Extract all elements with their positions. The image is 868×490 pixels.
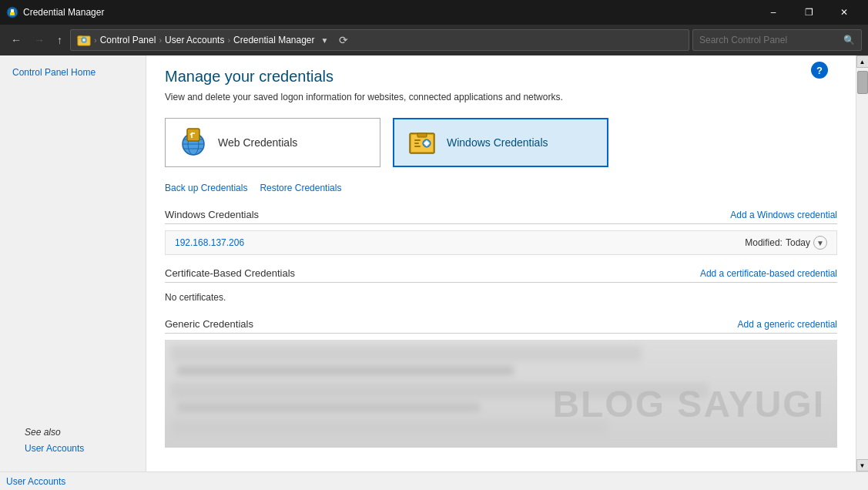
credential-entry-ip[interactable]: 192.168.137.206 Modified: Today ▼ [165,230,837,255]
windows-credentials-label: Windows Credentials [447,136,548,149]
svg-rect-14 [417,133,427,137]
add-certificate-credential-link[interactable]: Add a certificate-based credential [700,268,837,279]
app-icon [6,6,18,18]
sidebar-item-control-panel-home[interactable]: Control Panel Home [0,65,146,80]
section-title-windows: Windows Credentials [165,209,259,220]
section-title-cert: Certificate-Based Credentials [165,267,295,279]
see-also-label: See also [12,421,133,441]
section-header-cert: Certificate-Based Credentials Add a cert… [165,267,837,283]
sidebar-bottom: See also User Accounts [0,414,146,462]
web-credentials-label: Web Credentials [218,136,297,149]
windows-safe-icon [407,127,437,158]
window-title: Credential Manager [23,7,756,18]
credential-modified: Modified: Today ▼ [745,236,827,250]
svg-rect-16 [414,139,421,141]
section-header-windows: Windows Credentials Add a Windows creden… [165,209,837,224]
refresh-button[interactable]: ⟳ [334,31,353,49]
restore-credentials-link[interactable]: Restore Credentials [260,183,341,193]
section-title-generic: Generic Credentials [165,318,253,330]
svg-rect-17 [414,143,419,144]
globe-safe-icon [178,127,209,158]
windows-credentials-section: Windows Credentials Add a Windows creden… [165,209,837,255]
breadcrumb-credential-manager[interactable]: Credential Manager [233,35,314,45]
section-header-generic: Generic Credentials Add a generic creden… [165,318,837,334]
modified-label: Modified: [745,237,783,248]
no-certificates-text: No certificates. [165,289,837,306]
search-box: 🔍 [692,29,862,51]
add-windows-credential-link[interactable]: Add a Windows credential [730,210,837,220]
search-button[interactable]: 🔍 [843,35,855,45]
scroll-thumb[interactable] [857,71,868,94]
window-controls: – ❐ ✕ [756,0,862,25]
up-button[interactable]: ↑ [52,31,67,49]
scroll-up-button[interactable]: ▲ [856,55,869,68]
generic-credentials-section: Generic Credentials Add a generic creden… [165,318,837,448]
svg-rect-11 [187,129,199,141]
breadcrumb-user-accounts[interactable]: User Accounts [165,35,224,45]
backup-credentials-link[interactable]: Back up Credentials [165,183,247,193]
main-area: Control Panel Home See also User Account… [0,55,868,472]
sidebar: Control Panel Home See also User Account… [0,55,146,472]
address-dropdown-button[interactable]: ▼ [318,36,332,45]
status-bar-link[interactable]: User Accounts [6,476,65,487]
svg-rect-18 [414,146,421,147]
search-input[interactable] [699,35,843,45]
scroll-down-button[interactable]: ▼ [856,459,869,472]
content-area: ? Manage your credentials View and delet… [146,55,856,472]
actions-row: Back up Credentials Restore Credentials [165,183,837,193]
address-bar: ← → ↑ › Control Panel › User Accounts › … [0,25,868,55]
expand-credential-button[interactable]: ▼ [813,236,827,250]
sidebar-top: Control Panel Home [0,65,146,80]
content-description: View and delete your saved logon informa… [165,92,837,102]
status-bar: User Accounts [0,472,868,490]
restore-button[interactable]: ❐ [791,0,826,25]
certificate-based-section: Certificate-Based Credentials Add a cert… [165,267,837,306]
modified-value: Today [786,237,810,248]
back-button[interactable]: ← [6,31,26,49]
title-bar: Credential Manager – ❐ ✕ [0,0,868,25]
svg-rect-2 [10,12,15,15]
web-credentials-button[interactable]: Web Credentials [165,118,380,167]
add-generic-credential-link[interactable]: Add a generic credential [738,319,837,330]
page-title: Manage your credentials [165,68,837,86]
credential-name: 192.168.137.206 [175,237,244,248]
address-path: › Control Panel › User Accounts › Creden… [70,29,689,51]
sidebar-item-user-accounts[interactable]: User Accounts [12,441,133,456]
generic-credentials-blurred [165,340,837,448]
forward-button[interactable]: → [29,31,49,49]
close-button[interactable]: ✕ [826,0,862,25]
folder-icon [77,33,91,47]
windows-credentials-button[interactable]: Windows Credentials [393,118,608,167]
help-button[interactable]: ? [811,62,828,79]
minimize-button[interactable]: – [756,0,791,25]
credential-type-row: Web Credentials Windows Credentials [165,118,837,167]
breadcrumb-control-panel[interactable]: Control Panel [100,35,156,45]
scrollbar: ▲ ▼ [856,55,868,472]
